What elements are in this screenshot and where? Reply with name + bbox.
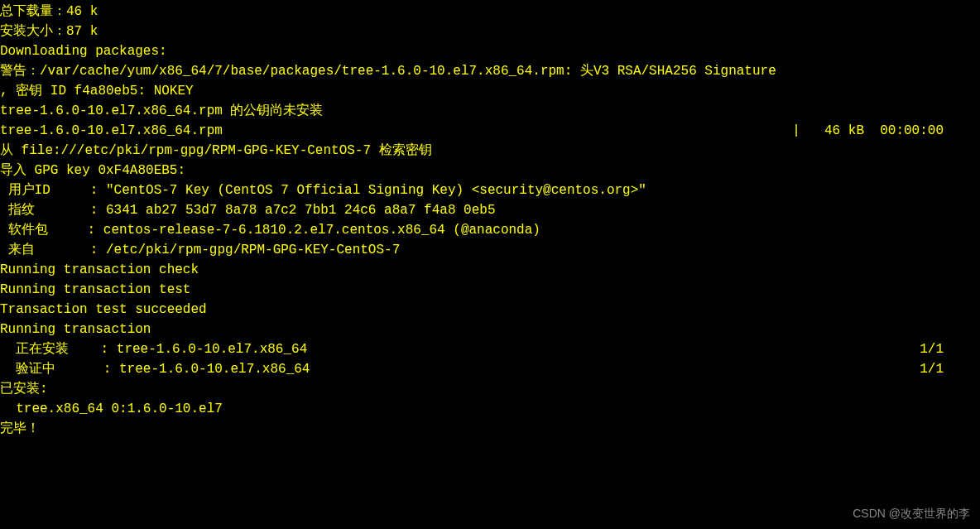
running-transaction-line: Running transaction <box>0 320 980 339</box>
downloading-packages-line: Downloading packages: <box>0 41 980 61</box>
verifying-count: 1/1 <box>920 359 944 379</box>
verifying-text: 验证中 : tree-1.6.0-10.el7.x86_64 <box>0 359 310 379</box>
package-line: 软件包 : centos-release-7-6.1810.2.el7.cent… <box>0 220 980 240</box>
csdn-watermark: CSDN @改变世界的李 <box>853 505 970 522</box>
total-download-line: 总下载量：46 k <box>0 2 980 22</box>
warning-line-2: , 密钥 ID f4a80eb5: NOKEY <box>0 81 980 101</box>
user-id-line: 用户ID : "CentOS-7 Key (CentOS 7 Official … <box>0 180 980 200</box>
progress-pipe: | <box>223 121 824 141</box>
installed-package-line: tree.x86_64 0:1.6.0-10.el7 <box>0 399 980 419</box>
installing-text: 正在安装 : tree-1.6.0-10.el7.x86_64 <box>0 339 307 359</box>
install-size-line: 安装大小：87 k <box>0 22 980 41</box>
rpm-name: tree-1.6.0-10.el7.x86_64.rpm <box>0 121 223 141</box>
import-gpg-line: 导入 GPG key 0xF4A80EB5: <box>0 161 980 180</box>
fingerprint-line: 指纹 : 6341 ab27 53d7 8a78 a7c2 7bb1 24c6 … <box>0 200 980 220</box>
transaction-succeeded-line: Transaction test succeeded <box>0 300 980 320</box>
pubkey-not-installed-line: tree-1.6.0-10.el7.x86_64.rpm 的公钥尚未安装 <box>0 101 980 121</box>
warning-line-1: 警告：/var/cache/yum/x86_64/7/base/packages… <box>0 61 980 81</box>
installing-count: 1/1 <box>920 339 944 359</box>
progress-info: 46 kB 00:00:00 <box>824 121 944 141</box>
download-progress-line: tree-1.6.0-10.el7.x86_64.rpm | 46 kB 00:… <box>0 121 944 141</box>
installing-line: 正在安装 : tree-1.6.0-10.el7.x86_64 1/1 <box>0 339 944 359</box>
transaction-test-line: Running transaction test <box>0 280 980 300</box>
retrieve-key-line: 从 file:///etc/pki/rpm-gpg/RPM-GPG-KEY-Ce… <box>0 141 980 161</box>
complete-line: 完毕！ <box>0 419 980 439</box>
from-line: 来自 : /etc/pki/rpm-gpg/RPM-GPG-KEY-CentOS… <box>0 240 980 260</box>
transaction-check-line: Running transaction check <box>0 260 980 280</box>
installed-header-line: 已安装: <box>0 379 980 399</box>
verifying-line: 验证中 : tree-1.6.0-10.el7.x86_64 1/1 <box>0 359 944 379</box>
